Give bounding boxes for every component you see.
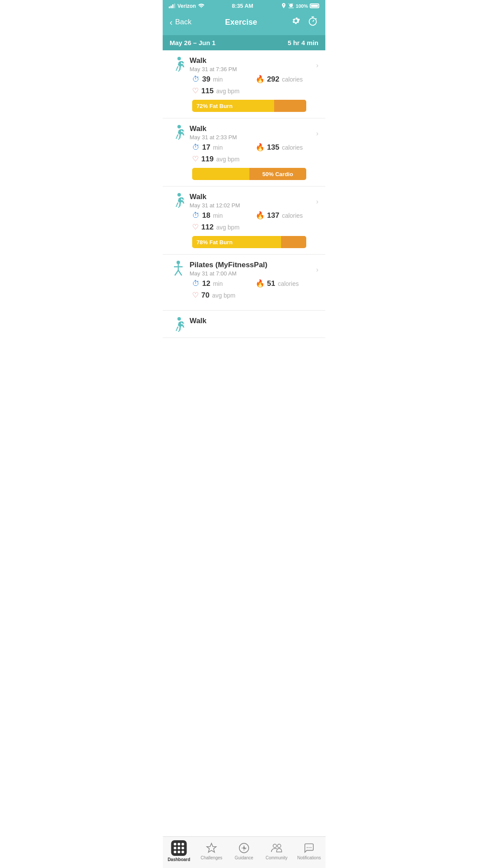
exercise-item-1[interactable]: Walk May 31 at 7:36 PM › ⏱ 39 min 🔥 292 … (163, 50, 325, 118)
calories-value-4: 51 (267, 279, 275, 288)
heart-icon-4: ♡ (192, 291, 199, 300)
heartrate-value-3: 112 (201, 223, 213, 232)
clock-icon-2: ⏱ (192, 143, 200, 152)
exercise-chevron-2: › (314, 130, 318, 138)
exercise-chevron-1: › (314, 62, 318, 69)
status-time: 8:35 AM (232, 3, 253, 9)
svg-point-13 (177, 317, 181, 321)
status-bar: Verizon 8:35 AM 100% (163, 0, 325, 11)
battery-icon (310, 3, 319, 8)
settings-icon[interactable] (291, 16, 301, 29)
exercise-stats-row1-2: ⏱ 17 min 🔥 135 calories (192, 143, 318, 152)
clock-icon-4: ⏱ (192, 279, 200, 288)
exercise-name-1: Walk (190, 56, 314, 65)
exercise-name-2: Walk (190, 124, 314, 133)
exercise-item-5[interactable]: Walk (163, 311, 325, 338)
calories-unit-1: calories (282, 76, 303, 83)
week-date-range: May 26 – Jun 1 (170, 39, 216, 46)
duration-value-2: 17 (202, 143, 210, 152)
alarm-icon (288, 3, 294, 9)
svg-point-4 (315, 18, 317, 20)
calories-stat-4: 🔥 51 calories (255, 279, 319, 288)
duration-stat-4: ⏱ 12 min (192, 279, 255, 288)
duration-stat-2: ⏱ 17 min (192, 143, 255, 152)
cardio-bar-1 (274, 100, 306, 112)
heartrate-value-2: 119 (201, 155, 213, 164)
status-right: 100% (281, 3, 319, 9)
back-label: Back (175, 18, 192, 26)
back-chevron-icon: ‹ (170, 18, 173, 26)
zone-bar-3: 78% Fat Burn (192, 236, 306, 248)
flame-icon-4: 🔥 (255, 279, 265, 288)
exercise-list: Walk May 31 at 7:36 PM › ⏱ 39 min 🔥 292 … (163, 50, 325, 338)
walk-icon-1 (170, 57, 187, 75)
clock-icon-1: ⏱ (192, 75, 200, 84)
exercise-datetime-3: May 31 at 12:02 PM (190, 202, 314, 209)
calories-unit-2: calories (282, 144, 303, 151)
duration-unit-1: min (213, 76, 223, 83)
exercise-datetime-2: May 31 at 2:33 PM (190, 134, 314, 141)
exercise-item-4[interactable]: Pilates (MyFitnessPal) May 31 at 7:00 AM… (163, 255, 325, 311)
calories-value-2: 135 (267, 143, 279, 152)
exercise-item-2[interactable]: Walk May 31 at 2:33 PM › ⏱ 17 min 🔥 135 … (163, 118, 325, 187)
signal-bar-3 (172, 4, 174, 8)
fat-burn-bar-2 (192, 168, 249, 180)
walk-icon-2 (170, 125, 187, 143)
status-left: Verizon (169, 3, 204, 9)
heartrate-value-4: 70 (201, 291, 210, 300)
back-button[interactable]: ‹ Back (170, 18, 191, 26)
duration-stat-3: ⏱ 18 min (192, 211, 255, 220)
duration-value-3: 18 (202, 211, 210, 220)
exercise-item-3[interactable]: Walk May 31 at 12:02 PM › ⏱ 18 min 🔥 137… (163, 187, 325, 255)
exercise-stats-row2-2: ♡ 119 avg bpm (192, 154, 318, 164)
flame-icon-3: 🔥 (255, 211, 265, 220)
duration-value-4: 12 (202, 279, 210, 288)
svg-point-8 (177, 261, 180, 264)
week-total-duration: 5 hr 4 min (288, 39, 318, 46)
exercise-name-4: Pilates (MyFitnessPal) (190, 261, 314, 269)
heart-icon-3: ♡ (192, 223, 199, 232)
exercise-stats-row1-3: ⏱ 18 min 🔥 137 calories (192, 211, 318, 220)
exercise-datetime-4: May 31 at 7:00 AM (190, 270, 314, 277)
signal-bar-1 (169, 7, 170, 8)
fat-burn-bar-3: 78% Fat Burn (192, 236, 281, 248)
header-actions (291, 15, 318, 29)
heartrate-unit-1: avg bpm (216, 88, 239, 95)
cardio-bar-2: 50% Cardio (249, 168, 307, 180)
heartrate-value-1: 115 (201, 87, 213, 95)
stopwatch-icon[interactable] (307, 15, 318, 29)
flame-icon-2: 🔥 (255, 143, 265, 152)
walk-icon-3 (170, 193, 187, 211)
exercise-stats-row2-1: ♡ 115 avg bpm (192, 86, 318, 95)
calories-stat-2: 🔥 135 calories (255, 143, 319, 152)
calories-unit-3: calories (282, 212, 303, 219)
duration-value-1: 39 (202, 75, 210, 84)
calories-unit-4: calories (278, 280, 298, 287)
signal-bar-2 (170, 6, 172, 8)
duration-unit-4: min (213, 280, 223, 287)
zone-bar-2: 50% Cardio (192, 168, 306, 180)
exercise-datetime-1: May 31 at 7:36 PM (190, 66, 314, 72)
exercise-stats-row2-4: ♡ 70 avg bpm (192, 291, 318, 300)
exercise-chevron-4: › (314, 266, 318, 274)
carrier-label: Verizon (177, 3, 196, 9)
svg-point-6 (177, 125, 181, 128)
pilates-icon-4 (170, 262, 187, 279)
calories-stat-3: 🔥 137 calories (255, 211, 319, 220)
exercise-name-3: Walk (190, 193, 314, 201)
wifi-icon (198, 3, 204, 9)
exercise-stats-row1-4: ⏱ 12 min 🔥 51 calories (192, 279, 318, 288)
heartrate-unit-3: avg bpm (216, 224, 239, 231)
exercise-chevron-3: › (314, 198, 318, 206)
page-title: Exercise (225, 18, 257, 27)
zone-bar-1: 72% Fat Burn (192, 100, 306, 112)
heartrate-unit-4: avg bpm (212, 292, 236, 299)
heart-icon-2: ♡ (192, 154, 199, 164)
week-bar: May 26 – Jun 1 5 hr 4 min (163, 35, 325, 50)
location-icon (281, 3, 286, 9)
fat-burn-bar-1: 72% Fat Burn (192, 100, 274, 112)
duration-unit-2: min (213, 144, 223, 151)
svg-point-7 (177, 193, 181, 197)
calories-value-1: 292 (267, 75, 279, 84)
walk-icon-5 (170, 318, 187, 335)
